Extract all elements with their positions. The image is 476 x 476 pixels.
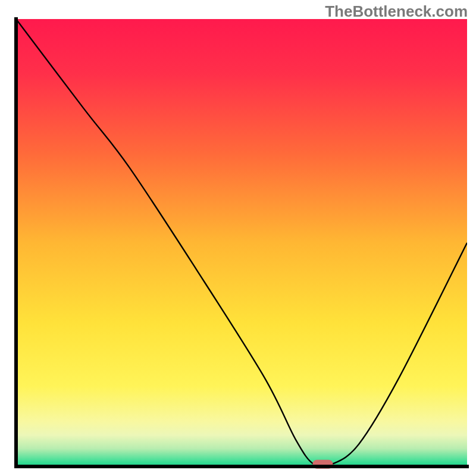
watermark-text: TheBottleneck.com <box>325 2 468 21</box>
plot-background <box>16 19 467 466</box>
bottleneck-chart <box>0 0 476 476</box>
